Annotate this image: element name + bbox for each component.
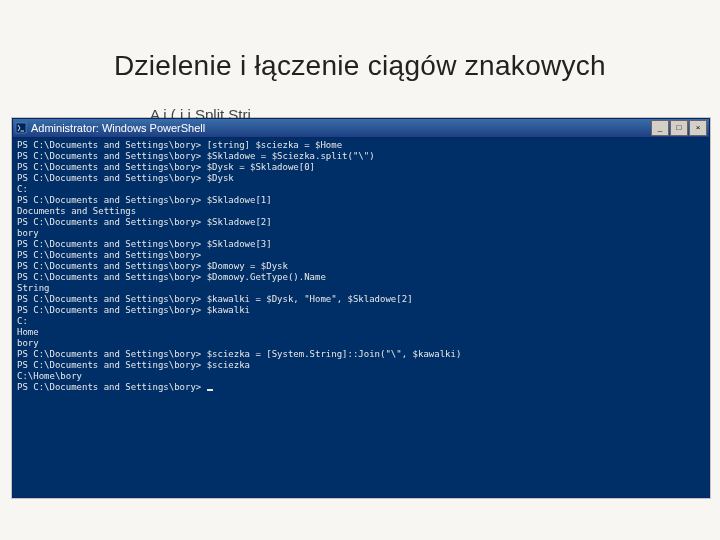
titlebar[interactable]: Administrator: Windows PowerShell _ □ ×: [13, 119, 709, 138]
slide-title: Dzielenie i łączenie ciągów znakowych: [0, 50, 720, 82]
console-text: PS C:\Documents and Settings\bory> [stri…: [17, 140, 461, 392]
window-buttons: _ □ ×: [651, 120, 707, 136]
close-button[interactable]: ×: [689, 120, 707, 136]
cursor: [207, 389, 213, 391]
minimize-button[interactable]: _: [651, 120, 669, 136]
window-title-text: Administrator: Windows PowerShell: [31, 122, 651, 134]
console-output[interactable]: PS C:\Documents and Settings\bory> [stri…: [13, 138, 709, 497]
powershell-icon: [15, 122, 27, 134]
maximize-button[interactable]: □: [670, 120, 688, 136]
powershell-window: Administrator: Windows PowerShell _ □ × …: [12, 118, 710, 498]
